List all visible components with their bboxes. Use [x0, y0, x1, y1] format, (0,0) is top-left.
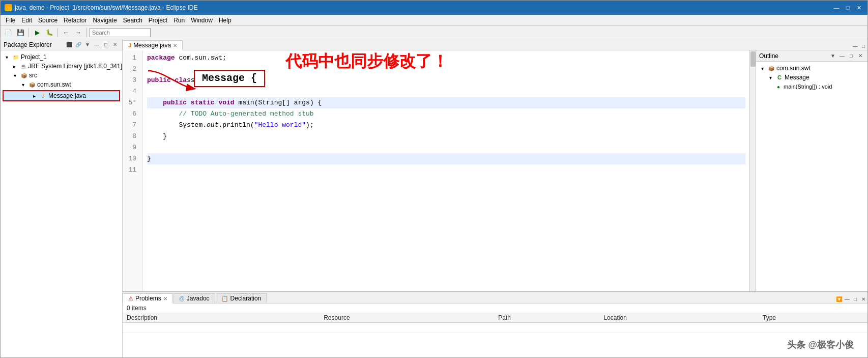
- tab-problems[interactable]: ⚠ Problems ✕: [123, 293, 173, 304]
- tab-declaration[interactable]: 📋 Declaration: [216, 293, 267, 303]
- eclipse-icon: [5, 4, 12, 11]
- col-description[interactable]: Description: [123, 313, 320, 323]
- view-menu-button[interactable]: ▼: [83, 41, 92, 49]
- tab-javadoc[interactable]: @ Javadoc: [173, 293, 215, 303]
- title-bar-left: java_demo - Project_1/src/com/sun/swt/Me…: [5, 4, 197, 11]
- menu-window[interactable]: Window: [188, 16, 216, 25]
- close-button[interactable]: ✕: [854, 4, 863, 11]
- java-file-icon: J: [39, 92, 47, 100]
- code-line-1: package com.sun.swt;: [147, 52, 745, 64]
- code-line-10: }: [147, 153, 745, 164]
- tab-close-button[interactable]: ✕: [173, 43, 177, 48]
- code-line-5: public static void main(String[] args) {: [147, 97, 745, 108]
- problems-status: 0 items: [123, 304, 867, 313]
- save-button[interactable]: 💾: [15, 27, 26, 38]
- project-icon: 📁: [12, 53, 20, 61]
- eclipse-window: java_demo - Project_1/src/com/sun/swt/Me…: [0, 0, 868, 358]
- bottom-minimize[interactable]: —: [843, 295, 851, 303]
- jre-icon: ☕: [19, 62, 27, 70]
- editor-content[interactable]: 1 2 3 4 5° 6 7 8 9 10 11 package co: [123, 50, 756, 291]
- col-path[interactable]: Path: [494, 313, 599, 323]
- debug-button[interactable]: 🐛: [44, 27, 55, 38]
- editor-maximize-button[interactable]: □: [859, 42, 867, 50]
- menu-file[interactable]: File: [3, 16, 18, 25]
- outline-maximize[interactable]: □: [847, 52, 855, 60]
- outline-header: Outline ▼ — □ ✕: [756, 50, 867, 62]
- editor-minimize-button[interactable]: —: [851, 42, 859, 50]
- bottom-panel: ⚠ Problems ✕ @ Javadoc 📋 Declaration 🔽 —: [123, 291, 867, 357]
- outline-panel: Outline ▼ — □ ✕ ▾ 📦: [756, 50, 867, 291]
- scroll-indicator[interactable]: [749, 50, 756, 291]
- toolbar-sep-2: [57, 28, 58, 37]
- line-num-10: 10: [123, 153, 139, 164]
- close-panel-button[interactable]: ✕: [111, 41, 119, 49]
- new-button[interactable]: 📄: [3, 27, 14, 38]
- editor-tab-message[interactable]: J Message.java ✕: [123, 40, 183, 50]
- run-button[interactable]: ▶: [32, 27, 43, 38]
- menu-source[interactable]: Source: [35, 16, 61, 25]
- toolbar-search-input[interactable]: [90, 28, 151, 37]
- panel-controls: ⬛ 🔗 ▼ — □ ✕: [65, 41, 119, 49]
- code-line-11: [147, 164, 745, 176]
- file-label: Message.java: [48, 92, 86, 99]
- menu-help[interactable]: Help: [216, 16, 235, 25]
- src-label: src: [29, 72, 37, 79]
- col-location[interactable]: Location: [599, 313, 759, 323]
- bottom-close[interactable]: ✕: [859, 295, 867, 303]
- outline-minimize[interactable]: —: [838, 52, 846, 60]
- line-numbers: 1 2 3 4 5° 6 7 8 9 10 11: [123, 50, 143, 291]
- line-num-9: 9: [123, 142, 139, 153]
- outline-method-label: main(String[]) : void: [784, 84, 832, 90]
- outline-class[interactable]: ▾ C Message: [756, 73, 867, 82]
- tree-file[interactable]: ▸ J Message.java: [3, 90, 120, 101]
- file-expand-icon: ▸: [30, 92, 38, 100]
- jre-label: JRE System Library [jdk1.8.0_341]: [28, 63, 122, 70]
- line-num-6: 6: [123, 108, 139, 120]
- menu-refactor[interactable]: Refactor: [61, 16, 90, 25]
- window-title: java_demo - Project_1/src/com/sun/swt/Me…: [15, 4, 197, 11]
- outline-package[interactable]: ▾ 📦 com.sun.swt: [756, 64, 867, 73]
- jre-expand-icon: ▸: [10, 62, 18, 70]
- code-line-7: System.out.println("Hello world");: [147, 120, 745, 131]
- bottom-content: 0 items Description Resource Path Locati…: [123, 304, 867, 357]
- code-line-6: // TODO Auto-generated method stub: [147, 108, 745, 120]
- src-expand-icon: ▾: [11, 71, 19, 79]
- back-button[interactable]: ←: [61, 27, 72, 38]
- line-num-2: 2: [123, 64, 139, 75]
- link-editor-button[interactable]: 🔗: [74, 41, 82, 49]
- outline-class-expand: ▾: [766, 73, 774, 81]
- menu-run[interactable]: Run: [170, 16, 188, 25]
- col-type[interactable]: Type: [759, 313, 867, 323]
- maximize-button[interactable]: □: [843, 4, 852, 11]
- package-expand-icon: ▾: [19, 80, 27, 89]
- forward-button[interactable]: →: [73, 27, 84, 38]
- declaration-label: Declaration: [230, 295, 262, 302]
- tree-jre[interactable]: ▸ ☕ JRE System Library [jdk1.8.0_341]: [1, 62, 122, 71]
- filter-button[interactable]: 🔽: [835, 295, 843, 303]
- code-area[interactable]: package com.sun.swt; public class public…: [143, 50, 749, 291]
- empty-cell: [123, 323, 867, 333]
- code-line-4: [147, 86, 745, 97]
- problems-tab-close[interactable]: ✕: [163, 296, 167, 301]
- bottom-maximize[interactable]: □: [851, 295, 859, 303]
- menu-project[interactable]: Project: [146, 16, 170, 25]
- menu-search[interactable]: Search: [120, 16, 146, 25]
- title-controls: — □ ✕: [832, 4, 863, 11]
- menu-edit[interactable]: Edit: [18, 16, 35, 25]
- toolbar-sep-1: [28, 28, 29, 37]
- problems-table: Description Resource Path Location Type: [123, 313, 867, 333]
- tree-package[interactable]: ▾ 📦 com.sun.swt: [1, 80, 122, 89]
- editor-outer: 1 2 3 4 5° 6 7 8 9 10 11 package co: [123, 50, 867, 291]
- menu-navigate[interactable]: Navigate: [90, 16, 120, 25]
- collapse-all-button[interactable]: ⬛: [65, 41, 73, 49]
- col-resource[interactable]: Resource: [320, 313, 494, 323]
- outline-method[interactable]: ● main(String[]) : void: [756, 82, 867, 91]
- javadoc-label: Javadoc: [187, 295, 210, 302]
- minimize-panel-button[interactable]: —: [93, 41, 101, 49]
- outline-close[interactable]: ✕: [856, 52, 864, 60]
- outline-view-menu[interactable]: ▼: [829, 52, 837, 60]
- minimize-button[interactable]: —: [832, 4, 841, 11]
- tree-project[interactable]: ▾ 📁 Project_1: [1, 52, 122, 62]
- tree-src[interactable]: ▾ 📦 src: [1, 71, 122, 80]
- maximize-panel-button[interactable]: □: [102, 41, 110, 49]
